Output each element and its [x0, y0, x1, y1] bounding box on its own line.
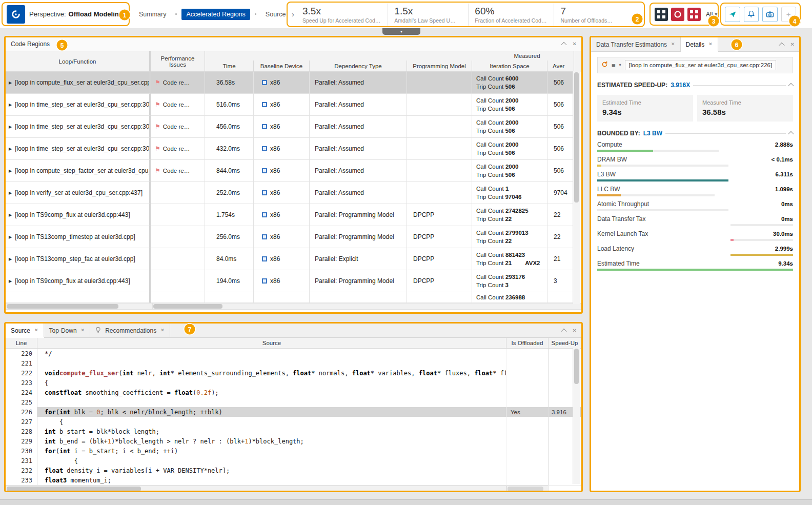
metric-value: < 0.1ms — [771, 156, 793, 163]
column-iteration-space[interactable]: Iteration Space — [472, 60, 547, 72]
horizontal-scrollbar[interactable] — [6, 486, 506, 492]
expand-triangle-icon[interactable]: ▶ — [9, 213, 12, 217]
source-line[interactable]: 227 { — [6, 417, 581, 427]
close-panel-icon[interactable]: ✕ — [573, 42, 577, 47]
code-region-row[interactable]: ▶[loop in TS13comp_timestep at euler3d.c… — [6, 226, 581, 248]
chevron-right-icon[interactable]: › — [291, 10, 296, 19]
source-line[interactable]: 222 void compute_flux_ser(int nelr, int*… — [6, 368, 581, 378]
dependency-type-cell — [310, 292, 407, 303]
scrollbar-thumb[interactable] — [574, 349, 579, 384]
source-line[interactable]: 232 float density_i = variables[i + VAR_… — [6, 466, 581, 475]
horizontal-scrollbar[interactable] — [506, 486, 549, 492]
code-region-row[interactable]: Call Count 236988 — [6, 292, 581, 303]
tab-details[interactable]: Details ✕ — [681, 37, 718, 51]
collapse-panel-icon[interactable] — [561, 42, 566, 48]
close-panel-icon[interactable]: ✕ — [790, 42, 795, 47]
bounded-metric-row: DRAM BW < 0.1ms — [597, 156, 793, 167]
column-baseline-device[interactable]: Baseline Device — [254, 60, 310, 72]
column-average[interactable]: Aver — [547, 60, 574, 72]
scrollbar-thumb[interactable] — [508, 487, 543, 491]
is-offloaded-cell: Yes — [506, 407, 549, 417]
source-line[interactable]: 223 { — [6, 378, 581, 388]
expand-triangle-icon[interactable]: ▶ — [9, 279, 12, 284]
expand-triangle-icon[interactable]: ▶ — [9, 169, 12, 173]
red-target-icon[interactable] — [671, 8, 684, 21]
code-region-row[interactable]: ▶[loop in compute_step_factor_ser at eul… — [6, 160, 581, 182]
code-region-row[interactable]: ▶[loop in TS9comp_flux at euler3d.cpp:44… — [6, 270, 581, 292]
tab-recommendations[interactable]: Recommendations ✕ — [90, 324, 170, 337]
source-line[interactable]: 221 — [6, 358, 581, 368]
expand-triangle-icon[interactable]: ▶ — [9, 80, 12, 85]
source-line[interactable]: 230 for(int i = b_start; i < b_end; ++i) — [6, 446, 581, 456]
red-grid-icon[interactable] — [687, 8, 701, 21]
vertical-scrollbar[interactable] — [573, 348, 580, 484]
tab-top-down[interactable]: Top-Down ✕ — [44, 324, 91, 337]
source-line[interactable]: 231 { — [6, 456, 581, 466]
collapse-panel-icon[interactable] — [779, 42, 784, 48]
close-tab-icon[interactable]: ✕ — [708, 42, 713, 47]
code-region-row[interactable]: ▶[loop in compute_flux_ser at euler3d_cp… — [6, 72, 581, 94]
source-line[interactable]: 229 int b_end = (blk+1)*block_length > n… — [6, 436, 581, 446]
code-region-row[interactable]: ▶[loop in TS13comp_step_fac at euler3d.c… — [6, 248, 581, 270]
scrollbar-thumb[interactable] — [7, 304, 118, 309]
advisor-logo-icon[interactable] — [7, 5, 25, 24]
code-region-row[interactable]: ▶[loop in time_step_ser at euler3d_cpu_s… — [6, 138, 581, 160]
source-line[interactable]: 226 for(int blk = 0; blk < nelr/block_le… — [6, 407, 581, 417]
scrollbar-thumb[interactable] — [7, 487, 141, 491]
line-number: 226 — [6, 407, 37, 417]
collapse-panel-icon[interactable] — [561, 328, 566, 334]
column-is-offloaded[interactable]: Is Offloaded — [506, 338, 549, 348]
scrollbar-thumb[interactable] — [574, 72, 579, 203]
column-time[interactable]: Time — [205, 60, 254, 72]
column-programming-model[interactable]: Programming Model — [407, 60, 472, 72]
tab-summary[interactable]: Summary — [134, 9, 171, 20]
expand-triangle-icon[interactable]: ▶ — [9, 257, 12, 261]
paper-plane-icon[interactable] — [725, 7, 740, 22]
column-speedup[interactable]: Speed-Up — [549, 338, 581, 348]
metric-bar — [597, 254, 793, 256]
collapse-section-icon[interactable] — [788, 83, 794, 89]
source-line[interactable]: 220 */ — [6, 349, 581, 358]
column-loop-function[interactable]: Loop/Function — [6, 51, 151, 72]
bell-icon[interactable] — [744, 7, 759, 22]
expand-triangle-icon[interactable]: ▶ — [9, 147, 12, 151]
code-region-row[interactable]: ▶[loop in verify_ser at euler3d_cpu_ser.… — [6, 182, 581, 204]
column-dependency-type[interactable]: Dependency Type — [310, 60, 407, 72]
close-tab-icon[interactable]: ✕ — [34, 328, 38, 333]
vertical-scrollbar[interactable] — [573, 71, 580, 304]
refresh-icon[interactable] — [601, 61, 608, 69]
toolbar-collapse-handle[interactable]: ▼ — [382, 28, 420, 35]
close-tab-icon[interactable]: ✕ — [671, 42, 675, 47]
column-source[interactable]: Source — [37, 338, 506, 348]
dark-grid-icon[interactable] — [655, 8, 668, 21]
code-region-row[interactable]: ▶[loop in TS9comp_flux at euler3d.cpp:44… — [6, 204, 581, 226]
menu-icon[interactable]: ≡ — [612, 62, 616, 69]
source-line[interactable]: 228 int b_start = blk*block_length; — [6, 427, 581, 436]
expand-triangle-icon[interactable]: ▶ — [9, 103, 12, 107]
expand-triangle-icon[interactable]: ▶ — [9, 191, 12, 195]
horizontal-scrollbar[interactable] — [6, 303, 152, 310]
tab-accelerated-regions[interactable]: Accelerated Regions — [181, 9, 250, 20]
tab-source[interactable]: Source ✕ — [6, 324, 44, 337]
close-tab-icon[interactable]: ✕ — [81, 328, 85, 333]
column-performance-issues[interactable]: Performance Issues — [151, 51, 205, 72]
annotation-circle-1: 1 — [119, 10, 130, 21]
source-line[interactable]: 233 float3 momentum_i; — [6, 475, 581, 485]
tab-data-transfer-estimations[interactable]: Data Transfer Estimations ✕ — [591, 37, 681, 51]
expand-triangle-icon[interactable]: ▶ — [9, 235, 12, 239]
cpu-chip-icon — [262, 102, 267, 107]
code-region-row[interactable]: ▶[loop in time_step_ser at euler3d_cpu_s… — [6, 94, 581, 116]
column-line[interactable]: Line — [6, 338, 37, 348]
expand-triangle-icon[interactable]: ▶ — [9, 125, 12, 129]
camera-icon[interactable] — [762, 7, 778, 22]
source-line[interactable]: 224 const float smoothing_coefficient = … — [6, 388, 581, 397]
is-offloaded-cell — [506, 368, 549, 378]
code-region-row[interactable]: ▶[loop in time_step_ser at euler3d_cpu_s… — [6, 116, 581, 138]
close-tab-icon[interactable]: ✕ — [160, 328, 165, 333]
horizontal-scrollbar[interactable] — [152, 303, 581, 310]
close-panel-icon[interactable]: ✕ — [573, 328, 577, 333]
perspective-selector[interactable]: Perspective: Offload Modeling ▾ — [29, 10, 128, 18]
collapse-section-icon[interactable] — [788, 131, 794, 137]
source-line[interactable]: 225 — [6, 397, 581, 407]
scrollbar-thumb[interactable] — [153, 304, 222, 309]
